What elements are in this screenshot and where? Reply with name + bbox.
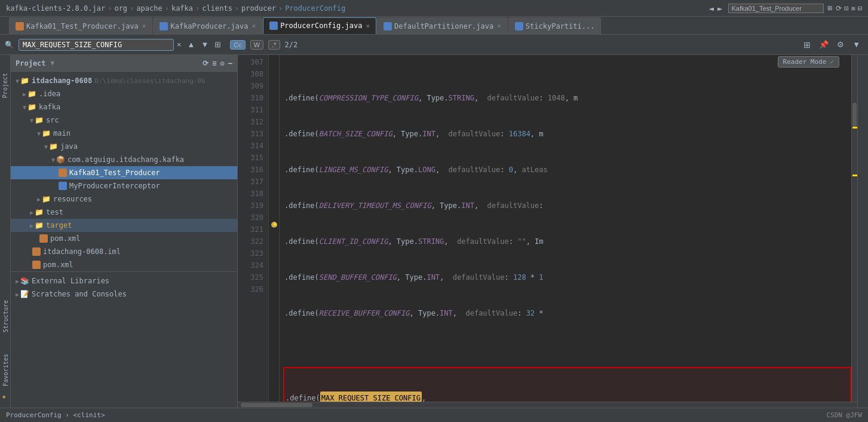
scratches-label: Scratches and Consoles [32, 290, 127, 298]
search-bar: 🔍 × ▲ ▼ ⊞ Cc W .* 2/2 ⊞ 📌 ⚙ ▼ [0, 35, 868, 55]
pkg-label: com.atguigu.itdachang.kafka [68, 155, 184, 164]
regex-toggle[interactable]: .* [268, 40, 280, 50]
prev-match-button[interactable]: ▲ [185, 38, 198, 51]
apache-label: apache [136, 4, 162, 13]
tree-test[interactable]: ▶ 📁 test [11, 206, 237, 219]
tree-kafka01[interactable]: Kafka01_Test_Producer [11, 166, 237, 179]
tree-pom-root[interactable]: pom.xml [11, 258, 237, 271]
icon1[interactable]: ⟳ [836, 4, 842, 13]
whole-word-toggle[interactable]: W [250, 40, 263, 50]
case-sensitive-toggle[interactable]: Cc [230, 40, 245, 50]
tab-dropdown[interactable] [728, 4, 824, 13]
filter-icon[interactable]: ▼ [849, 38, 863, 51]
vtab-structure[interactable]: Structure [1, 296, 10, 336]
code-line-307: .define(COMPRESSION_TYPE_CONFIG, Type.ST… [284, 92, 851, 104]
code-line-309: .define(LINGER_MS_CONFIG, Type.LONG, def… [284, 164, 851, 176]
classname-label: ProducerConfig [285, 4, 345, 13]
kafka-label: kafka [171, 4, 193, 13]
pin-button[interactable]: 📌 [816, 38, 832, 51]
sidebar-title: Project [16, 59, 46, 68]
editor-area: Reader Mode ✓ 307 308 309 310 311 312 31… [238, 55, 857, 408]
pom-root-icon [32, 261, 41, 269]
ln-310: 310 [238, 92, 263, 104]
triangle-pkg: ▼ [51, 157, 55, 163]
tree-main[interactable]: ▼ 📁 main [11, 127, 237, 140]
icon3[interactable]: ≡ [851, 4, 855, 13]
tree-kafka[interactable]: ▼ 📁 kafka [11, 100, 237, 114]
tree-interceptor[interactable]: MyProducerInterceptor [11, 179, 237, 192]
code-lines[interactable]: .define(COMPRESSION_TYPE_CONFIG, Type.ST… [280, 55, 851, 402]
tree-resources[interactable]: ▶ 📁 resources [11, 192, 237, 206]
tree-pom-kafka[interactable]: pom.xml [11, 232, 237, 245]
tab-producerconfig[interactable]: ProducerConfig.java × [263, 17, 376, 34]
filter-button[interactable]: ⊞ [800, 38, 814, 51]
tab-close-2[interactable]: × [366, 22, 370, 30]
icon4[interactable]: ⊟ [858, 4, 862, 13]
collapse-icon[interactable]: ≡ [212, 59, 216, 68]
external-libraries-item[interactable]: ▶ 📚 External Libraries [11, 274, 237, 288]
tab-stickypartitioner[interactable]: StickyPartiti... [508, 17, 602, 34]
sidebar-expand-icon[interactable]: ▼ [51, 59, 55, 67]
tab-defaultpartitioner[interactable]: DefaultPartitioner.java × [377, 17, 508, 34]
root-folder-icon: 📁 [20, 77, 29, 85]
vtab-project[interactable]: Project [1, 69, 10, 102]
sidebar-minimize-icon[interactable]: — [228, 59, 232, 68]
ln-311: 311 [238, 104, 263, 116]
settings-button[interactable]: ⚙ [834, 38, 847, 51]
vscroll-thumb[interactable] [852, 103, 857, 127]
code-line-310: .define(DELIVERY_TIMEOUT_MS_CONFIG, Type… [284, 200, 851, 212]
interceptor-file-icon [59, 182, 67, 190]
icon2[interactable]: ⊡ [844, 4, 848, 13]
clear-search-button[interactable]: × [174, 38, 185, 51]
tab-icon-orange [16, 22, 24, 30]
producer-label: producer [241, 4, 276, 13]
sync-icon[interactable]: ⟳ [203, 59, 208, 68]
hscroll-thumb[interactable] [241, 403, 312, 407]
tab-close-1[interactable]: × [252, 22, 256, 30]
interceptor-label: MyProducerInterceptor [69, 182, 160, 190]
triangle-main: ▼ [37, 130, 41, 137]
tree-iml[interactable]: itdachang-0608.iml [11, 245, 237, 258]
bottom-scrollbar[interactable] [238, 402, 857, 408]
reader-mode-badge[interactable]: Reader Mode ✓ [778, 56, 839, 68]
recent-files-icon[interactable]: ⊞ [827, 4, 832, 13]
toolbar-icons: ⟳ ⊡ ≡ ⊟ [836, 4, 862, 13]
sep6: › [278, 4, 283, 13]
gutter-bulb-icon[interactable]: 💡 [271, 221, 278, 230]
test-label: test [46, 208, 63, 216]
search-input[interactable] [19, 39, 174, 51]
reader-mode-check: ✓ [830, 58, 834, 66]
status-breadcrumb: ProducerConfig › <clinit> [6, 411, 826, 419]
nav-back-icon[interactable]: ◄ [709, 4, 714, 13]
tree-root[interactable]: ▼ 📁 itdachang-0608 D:\idea\classes\itdac… [11, 74, 237, 87]
tab-close-0[interactable]: × [142, 22, 146, 30]
ln-317: 317 [238, 176, 263, 188]
triangle-resources: ▶ [37, 196, 41, 203]
org-label: org [114, 4, 127, 13]
vtab-favorites[interactable]: Favorites [1, 350, 10, 390]
tree-package[interactable]: ▼ 📦 com.atguigu.itdachang.kafka [11, 153, 237, 166]
ext-icon: 📚 [20, 277, 29, 285]
tree-target[interactable]: ▶ 📁 target [11, 219, 237, 232]
tree-src[interactable]: ▼ 📁 src [11, 114, 237, 127]
sep5: › [235, 4, 239, 13]
next-match-button[interactable]: ▼ [198, 38, 211, 51]
triangle-target: ▶ [30, 222, 33, 229]
tree-java[interactable]: ▼ 📁 java [11, 140, 237, 153]
tab-search-input[interactable] [728, 4, 824, 13]
tab-close-3[interactable]: × [497, 22, 501, 30]
tree-idea[interactable]: ▶ 📁 .idea [11, 87, 237, 100]
reader-mode-label: Reader Mode [783, 58, 827, 66]
scratches-item[interactable]: ▶ 📝 Scratches and Consoles [11, 288, 237, 301]
ext-triangle: ▶ [16, 278, 19, 285]
sidebar-section: ▶ 📚 External Libraries ▶ 📝 Scratches and… [11, 271, 237, 303]
left-vtabs: Project Structure Favorites ★ [0, 55, 11, 408]
nav-forward-icon[interactable]: ► [717, 4, 722, 13]
tab-kafka01[interactable]: Kafka01_Test_Producer.java × [9, 17, 152, 34]
ln-313: 313 [238, 128, 263, 140]
tab-kafkaproducer[interactable]: KafkaProducer.java × [153, 17, 262, 34]
open-in-editor-button[interactable]: ⊞ [211, 38, 224, 51]
ln-319: 319 [238, 200, 263, 212]
test-folder-icon: 📁 [35, 208, 44, 216]
sidebar-settings-icon[interactable]: ⚙ [220, 59, 225, 68]
